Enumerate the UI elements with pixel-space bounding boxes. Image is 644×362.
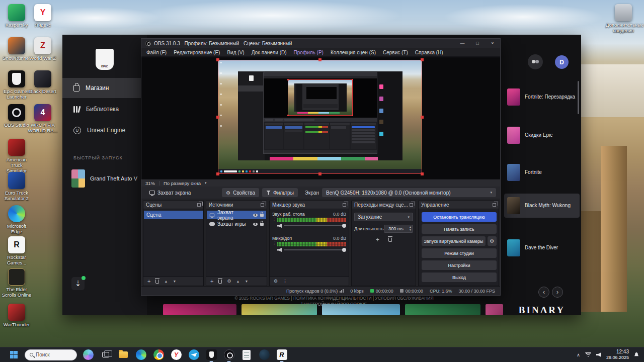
volume-slider[interactable] xyxy=(284,225,346,226)
scene-up-button[interactable]: ▲ xyxy=(164,280,168,283)
menu-view[interactable]: Вид (V) xyxy=(223,50,248,55)
remove-transition-button[interactable] xyxy=(388,238,392,242)
mixer-settings-button[interactable]: ⚙ xyxy=(274,279,278,284)
mixer-more-button[interactable]: ⋮ xyxy=(283,279,287,284)
tray-clock[interactable]: 12:4329.06.2025 xyxy=(606,349,629,361)
nav-store[interactable]: Магазин xyxy=(62,78,147,98)
zoom-dropdown-arrow[interactable]: ▾ xyxy=(205,181,207,185)
studio-mode-button[interactable]: Режим студии xyxy=(422,248,497,258)
source-up-button[interactable]: ▲ xyxy=(236,280,240,283)
source-down-button[interactable]: ▼ xyxy=(245,280,248,283)
desktop-icon-info[interactable]: Дополнительные сведения xyxy=(606,4,641,34)
capture-selection-region[interactable] xyxy=(218,60,422,174)
visibility-icon[interactable] xyxy=(253,214,258,217)
mic-speaker-icon[interactable] xyxy=(277,248,282,252)
source-item-display-capture[interactable]: Захват экрана xyxy=(207,211,266,219)
store-list-item-dave-the-diver[interactable]: Dave the Diver xyxy=(504,236,580,260)
maximize-button[interactable]: □ xyxy=(470,39,485,48)
search-input[interactable] xyxy=(36,352,68,357)
store-banner-3[interactable] xyxy=(322,304,400,315)
volume-slider[interactable] xyxy=(284,249,346,250)
carousel-prev-button[interactable]: ‹ xyxy=(538,287,549,298)
fit-to-window-label[interactable]: По размеру окна xyxy=(164,180,201,186)
desktop-icon-black-desert[interactable]: Black Desert xyxy=(27,70,58,95)
visibility-icon[interactable] xyxy=(253,223,258,226)
binary-banner[interactable]: BINARY xyxy=(504,305,580,316)
zoom-level[interactable]: 31% xyxy=(145,180,155,186)
store-banner-4[interactable] xyxy=(405,304,480,315)
duration-spinner[interactable]: 300 ms▲▼ xyxy=(384,225,413,233)
menu-tools[interactable]: Сервис (T) xyxy=(379,50,412,55)
carousel-next-button[interactable]: › xyxy=(552,287,563,298)
obs-preview-area[interactable] xyxy=(141,57,500,179)
properties-button[interactable]: ⚙Свойства xyxy=(222,188,259,197)
steam-button[interactable] xyxy=(258,348,271,361)
desktop-icon-edge[interactable]: Microsoft Edge xyxy=(1,205,32,235)
virtual-camera-button[interactable]: Запуск виртуальной камеры xyxy=(422,236,486,246)
settings-button[interactable]: Настройки xyxy=(422,260,497,270)
store-list-item-fortnite[interactable]: Fortnite xyxy=(504,160,580,185)
explorer-button[interactable] xyxy=(117,348,130,361)
source-properties-button[interactable]: ⚙ xyxy=(227,279,231,284)
resize-handle[interactable] xyxy=(318,172,321,175)
task-view-button[interactable] xyxy=(99,348,112,361)
transition-select[interactable]: Затухание▾ xyxy=(354,213,413,221)
desktop-icon-worldwarz[interactable]: ZWorld War Z xyxy=(27,37,58,61)
menu-docks[interactable]: Док-панели (D) xyxy=(248,50,290,55)
screen-select[interactable]: BenQ G2450H: 1920x1080 @ 0.0 (Основной м… xyxy=(322,188,496,197)
scrollbar[interactable] xyxy=(578,81,579,114)
store-banner-5[interactable] xyxy=(486,304,503,315)
chrome-button[interactable] xyxy=(152,348,165,361)
start-button[interactable] xyxy=(7,348,20,361)
menu-help[interactable]: Справка (H) xyxy=(412,50,447,55)
resize-handle[interactable] xyxy=(318,58,321,61)
network-icon[interactable] xyxy=(585,352,591,357)
yandex-browser-button[interactable]: Y xyxy=(170,348,183,361)
lock-icon[interactable] xyxy=(260,223,264,226)
selected-source-chip[interactable]: Захват экрана xyxy=(145,188,195,197)
rockstar-launcher-button[interactable]: R xyxy=(275,348,288,361)
slider-knob[interactable] xyxy=(342,248,346,252)
desktop-icon-ats[interactable]: American Truck Simulator xyxy=(1,139,32,174)
spinner-arrows[interactable]: ▲▼ xyxy=(409,226,412,232)
desktop-icon-wrc4[interactable]: 4WRC 4 FIA WORLD RA... xyxy=(27,104,58,134)
user-avatar[interactable]: D xyxy=(555,55,569,69)
epic-games-button[interactable] xyxy=(205,348,218,361)
store-banner-2[interactable] xyxy=(242,304,317,315)
controls-header[interactable]: Управление xyxy=(419,201,499,209)
filters-button[interactable]: Фильтры xyxy=(262,188,298,197)
transitions-header[interactable]: Переходы между сце... xyxy=(352,201,416,209)
volume-icon[interactable] xyxy=(596,352,601,357)
store-list-item-wukong[interactable]: Black Myth: Wukong xyxy=(504,194,580,218)
stop-streaming-button[interactable]: Остановить трансляцию xyxy=(422,212,497,222)
desktop-icon-ets2[interactable]: Euro Truck Simulator 2 xyxy=(1,172,32,202)
lock-icon[interactable] xyxy=(260,214,264,217)
friends-button[interactable] xyxy=(528,54,543,69)
desktop-icon-rockstar[interactable]: RRockstar Games... xyxy=(1,236,32,266)
resize-handle[interactable] xyxy=(421,116,424,119)
close-button[interactable]: × xyxy=(485,39,500,48)
remove-scene-button[interactable] xyxy=(155,280,159,284)
scenes-header[interactable]: Сцены xyxy=(143,201,203,209)
resize-handle[interactable] xyxy=(216,116,219,119)
scene-item[interactable]: Сцена xyxy=(144,211,203,219)
sources-header[interactable]: Источники xyxy=(206,201,267,209)
obs-button[interactable] xyxy=(222,348,235,361)
exit-button[interactable]: Выход xyxy=(422,273,497,282)
resize-handle[interactable] xyxy=(216,58,219,61)
menu-edit[interactable]: Редактирование (E) xyxy=(170,50,223,55)
remove-source-button[interactable] xyxy=(218,280,222,284)
mixer-header[interactable]: Микшер звука xyxy=(270,201,349,209)
resize-handle[interactable] xyxy=(421,172,424,175)
speaker-icon[interactable] xyxy=(277,224,282,228)
store-list-item-epic-sales[interactable]: Скидки Epic xyxy=(504,123,580,147)
copilot-button[interactable] xyxy=(82,348,95,361)
desktop-icon-yandex[interactable]: YЯндекс xyxy=(27,4,58,28)
edge-button[interactable] xyxy=(134,348,147,361)
nav-library[interactable]: Библиотека xyxy=(62,99,147,119)
taskbar-search[interactable] xyxy=(25,349,77,360)
add-transition-button[interactable]: + xyxy=(376,236,379,243)
desktop-icon-warthunder[interactable]: WarThunder xyxy=(1,304,32,328)
document-app-button[interactable] xyxy=(240,348,253,361)
quick-launch-gta5[interactable]: Grand Theft Auto V xyxy=(62,166,147,191)
